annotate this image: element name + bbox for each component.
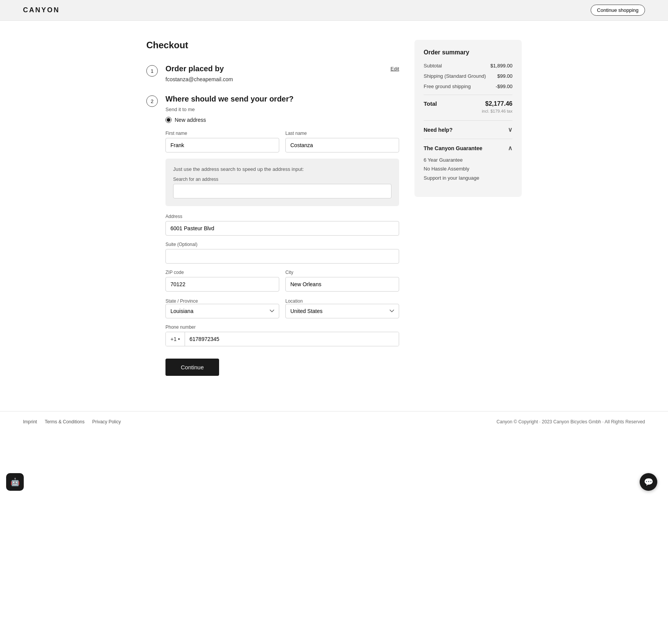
footer-links: Imprint Terms & Conditions Privacy Polic…	[23, 419, 121, 424]
page-title: Checkout	[146, 40, 399, 51]
subtotal-value: $1,899.00	[490, 63, 512, 69]
subtotal-label: Subtotal	[424, 63, 442, 69]
location-select[interactable]: United States	[285, 304, 399, 318]
step-2-circle: 2	[146, 95, 158, 107]
address-search-hint: Just use the address search to speed up …	[173, 166, 391, 172]
step-2-content: Where should we send your order? Send it…	[165, 95, 399, 376]
shipping-row: Shipping (Standard Ground) $99.00	[424, 73, 512, 79]
step-1-email: fcostanza@cheapemail.com	[165, 76, 399, 82]
address-label: Address	[165, 214, 399, 219]
shipping-label: Shipping (Standard Ground)	[424, 73, 486, 79]
right-column: Order summary Subtotal $1,899.00 Shippin…	[414, 40, 522, 197]
guarantee-header[interactable]: The Canyon Guarantee ∧	[424, 144, 512, 152]
step-1: 1 Order placed by Edit fcostanza@cheapem…	[146, 64, 399, 82]
suite-group: Suite (Optional)	[165, 242, 399, 264]
footer-privacy-link[interactable]: Privacy Policy	[92, 419, 121, 424]
address-search-input[interactable]	[173, 184, 391, 198]
state-select[interactable]: Louisiana	[165, 304, 279, 318]
phone-row: +1 •	[165, 332, 399, 346]
main-container: Checkout 1 Order placed by Edit fcostanz…	[123, 21, 545, 411]
step-1-content: Order placed by Edit fcostanza@cheapemai…	[165, 64, 399, 82]
order-summary-card: Order summary Subtotal $1,899.00 Shippin…	[414, 40, 522, 197]
logo: CANYON	[23, 6, 60, 14]
footer-terms-link[interactable]: Terms & Conditions	[45, 419, 85, 424]
free-shipping-label: Free ground shipping	[424, 84, 471, 89]
phone-label: Phone number	[165, 324, 399, 330]
location-group: Location United States	[285, 298, 399, 318]
continue-shopping-button[interactable]: Continue shopping	[591, 5, 645, 16]
step-1-circle: 1	[146, 65, 158, 77]
new-address-label: New address	[175, 117, 206, 123]
phone-input[interactable]	[185, 332, 399, 346]
first-name-label: First name	[165, 131, 279, 136]
total-label: Total	[424, 100, 437, 107]
last-name-label: Last name	[285, 131, 399, 136]
zip-group: ZIP code	[165, 270, 279, 292]
new-address-option[interactable]: New address	[165, 117, 399, 123]
state-label: State / Province	[165, 298, 198, 304]
guarantee-label: The Canyon Guarantee	[424, 145, 482, 151]
need-help-chevron-icon: ∨	[508, 126, 512, 133]
guarantee-body: 6 Year Guarantee No Hassle Assembly Supp…	[424, 156, 512, 182]
step-2: 2 Where should we send your order? Send …	[146, 95, 399, 376]
header: CANYON Continue shopping	[0, 0, 668, 21]
footer-imprint-link[interactable]: Imprint	[23, 419, 37, 424]
shipping-value: $99.00	[497, 73, 512, 79]
continue-button[interactable]: Continue	[165, 359, 219, 376]
guarantee-item-3: Support in your language	[424, 174, 512, 182]
last-name-input[interactable]	[285, 138, 399, 152]
footer-copyright: Canyon © Copyright · 2023 Canyon Bicycle…	[496, 419, 645, 424]
first-name-input[interactable]	[165, 138, 279, 152]
guarantee-chevron-icon: ∧	[508, 144, 512, 152]
state-group: State / Province Louisiana	[165, 298, 279, 318]
left-column: Checkout 1 Order placed by Edit fcostanz…	[146, 40, 399, 388]
state-location-row: State / Province Louisiana Location Unit…	[165, 298, 399, 318]
phone-group: Phone number +1 •	[165, 324, 399, 346]
footer: Imprint Terms & Conditions Privacy Polic…	[0, 411, 668, 432]
step-1-title: Order placed by Edit	[165, 64, 399, 73]
first-name-group: First name	[165, 131, 279, 152]
guarantee-section: The Canyon Guarantee ∧ 6 Year Guarantee …	[424, 139, 512, 188]
zip-input[interactable]	[165, 277, 279, 292]
address-search-box: Just use the address search to speed up …	[165, 159, 399, 206]
guarantee-item-2: No Hassle Assembly	[424, 164, 512, 173]
name-row: First name Last name	[165, 131, 399, 152]
tax-note: incl. $179.46 tax	[424, 109, 512, 113]
city-input[interactable]	[285, 277, 399, 292]
free-shipping-value: -$99.00	[496, 84, 512, 89]
need-help-label: Need help?	[424, 127, 452, 133]
city-group: City	[285, 270, 399, 292]
last-name-group: Last name	[285, 131, 399, 152]
zip-label: ZIP code	[165, 270, 279, 275]
free-shipping-row: Free ground shipping -$99.00	[424, 84, 512, 89]
zip-city-row: ZIP code City	[165, 270, 399, 292]
total-value: $2,177.46	[485, 100, 512, 107]
need-help-header[interactable]: Need help? ∨	[424, 126, 512, 133]
summary-divider	[424, 95, 512, 95]
guarantee-item-1: 6 Year Guarantee	[424, 156, 512, 164]
location-label: Location	[285, 298, 303, 304]
edit-link[interactable]: Edit	[391, 66, 399, 72]
address-search-label: Search for an address	[173, 177, 391, 182]
suite-input[interactable]	[165, 249, 399, 264]
subtotal-row: Subtotal $1,899.00	[424, 63, 512, 69]
total-row: Total $2,177.46	[424, 100, 512, 107]
city-label: City	[285, 270, 399, 275]
address-input[interactable]	[165, 221, 399, 236]
new-address-radio[interactable]	[165, 117, 172, 123]
phone-prefix: +1 •	[166, 332, 185, 346]
send-label: Send it to me	[165, 107, 399, 112]
summary-title: Order summary	[424, 49, 512, 56]
step-2-title: Where should we send your order?	[165, 95, 399, 103]
need-help-section: Need help? ∨	[424, 120, 512, 139]
address-group: Address	[165, 214, 399, 236]
suite-label: Suite (Optional)	[165, 242, 399, 247]
